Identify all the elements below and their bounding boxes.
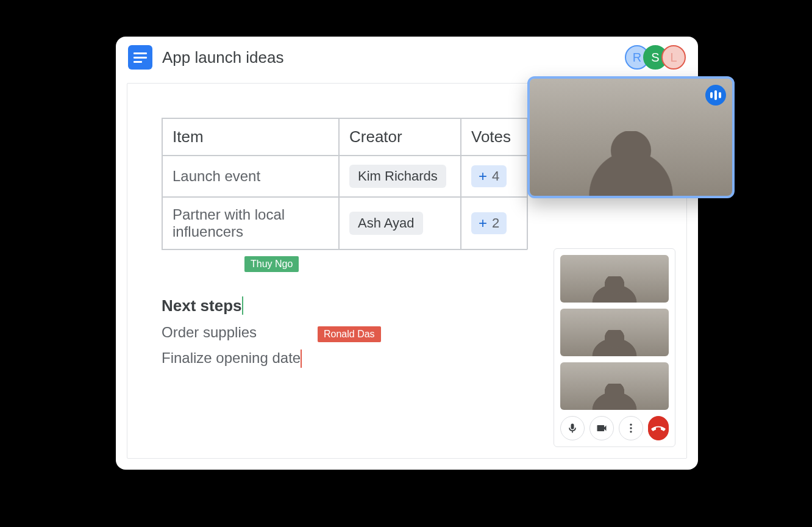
step-item[interactable]: Order supplies bbox=[162, 324, 257, 341]
collab-cursor-label-green: Thuy Ngo bbox=[244, 256, 299, 272]
mic-icon bbox=[566, 422, 579, 434]
cell-creator[interactable]: Kim Richards bbox=[339, 156, 461, 197]
creator-chip[interactable]: Ash Ayad bbox=[349, 212, 423, 235]
svg-point-1 bbox=[630, 427, 632, 429]
vote-count: 2 bbox=[492, 215, 499, 231]
active-speaker-tile[interactable] bbox=[527, 76, 735, 198]
camera-button[interactable] bbox=[589, 416, 614, 440]
more-button[interactable] bbox=[619, 416, 643, 440]
collab-cursor-red bbox=[301, 350, 302, 368]
meet-participant-tile[interactable] bbox=[560, 309, 669, 356]
step-item[interactable]: Finalize opening date bbox=[162, 350, 301, 367]
next-steps-heading[interactable]: Next steps bbox=[162, 296, 242, 315]
plus-icon: + bbox=[479, 168, 487, 185]
ideas-table: Item Creator Votes Launch event Kim Rich… bbox=[162, 118, 527, 250]
collab-cursor-label-red: Ronald Das bbox=[318, 326, 381, 342]
meet-panel bbox=[554, 248, 675, 447]
creator-chip[interactable]: Kim Richards bbox=[349, 165, 446, 188]
cell-votes[interactable]: + 2 bbox=[461, 197, 528, 249]
cell-item[interactable]: Launch event bbox=[162, 156, 339, 197]
vote-chip[interactable]: + 2 bbox=[471, 212, 507, 234]
docs-logo-icon[interactable] bbox=[128, 45, 152, 70]
cell-creator[interactable]: Ash Ayad bbox=[339, 197, 461, 249]
hangup-icon bbox=[650, 420, 666, 436]
heading-text: Next steps bbox=[162, 296, 242, 315]
mic-button[interactable] bbox=[560, 416, 585, 440]
app-header: App launch ideas R S L bbox=[116, 37, 698, 76]
docs-window: App launch ideas R S L Item Creator Vote… bbox=[116, 37, 698, 470]
camera-icon bbox=[596, 422, 608, 434]
table-row: Partner with local influencers Ash Ayad … bbox=[162, 197, 527, 249]
plus-icon: + bbox=[479, 215, 487, 232]
col-item: Item bbox=[162, 118, 339, 156]
meet-participant-tile[interactable] bbox=[560, 362, 669, 410]
hangup-button[interactable] bbox=[648, 416, 669, 440]
more-vert-icon bbox=[625, 422, 637, 434]
vote-chip[interactable]: + 4 bbox=[471, 165, 507, 187]
presence-avatars: R S L bbox=[625, 45, 686, 70]
col-creator: Creator bbox=[339, 118, 461, 156]
meet-participant-tile[interactable] bbox=[560, 255, 669, 303]
presence-avatar-l[interactable]: L bbox=[661, 45, 686, 70]
cell-votes[interactable]: + 4 bbox=[461, 156, 528, 197]
svg-point-2 bbox=[630, 431, 632, 432]
speaking-indicator-icon bbox=[705, 85, 726, 106]
vote-count: 4 bbox=[492, 168, 499, 184]
collab-cursor-green bbox=[242, 296, 243, 315]
svg-point-0 bbox=[630, 424, 632, 426]
col-votes: Votes bbox=[461, 118, 528, 156]
step-text: Finalize opening date bbox=[162, 350, 301, 366]
table-row: Launch event Kim Richards + 4 bbox=[162, 156, 527, 197]
table-header-row: Item Creator Votes bbox=[162, 118, 527, 156]
meet-controls bbox=[560, 416, 669, 440]
cell-item[interactable]: Partner with local influencers bbox=[162, 197, 339, 249]
document-title[interactable]: App launch ideas bbox=[162, 48, 615, 67]
